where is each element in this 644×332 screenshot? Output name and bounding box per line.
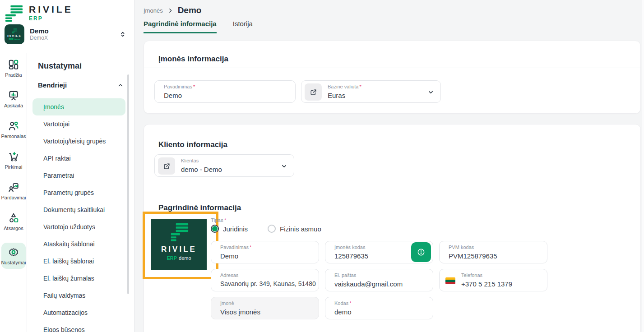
open-currency-button[interactable] [305,83,322,101]
verify-company-code-button[interactable] [411,242,431,262]
home-grid-icon [8,59,19,70]
radio-fizinis-asmuo[interactable]: Fizinis asmuo [268,225,321,233]
sidebar-item-imones[interactable]: Įmonės [32,98,125,115]
people-icon [8,120,19,132]
rail-item-personalas[interactable]: Personalas [0,120,27,139]
tipas-radio-group: Juridinis Fizinis asmuo [211,225,321,233]
rail-label: Personalas [1,134,26,139]
rail-item-atsargos[interactable]: Atsargos [0,212,27,231]
cart-icon [8,151,19,162]
brand-product: ERP [29,15,73,22]
rail-item-pradzia[interactable]: Pradžia [0,59,27,78]
workspace-selector[interactable]: RIVILE ERP demo Demo DemoX [5,23,130,45]
section-divider [144,68,640,68]
section-title: Pagrindinė informacija [158,203,241,212]
sidebar-item-dokumentu-skaitliukai[interactable]: Dokumentų skaitliukai [32,201,125,218]
sidebar-group-bendrieji[interactable]: Bendrieji [38,81,124,89]
rail-item-pardavimai[interactable]: Pardavimai [0,181,27,200]
field-label: Įmonės kodas [334,244,365,250]
sidebar-item-el-laisku-sablonai[interactable]: El. laiškų šablonai [32,253,125,270]
radio-juridinis[interactable]: Juridinis [211,225,248,233]
rail-item-nustatymai[interactable]: Nustatymai [1,243,26,269]
lithuania-flag-icon [445,277,455,284]
sidebar-item-vartotojo-uzduotys[interactable]: Vartotojo užduotys [32,218,125,235]
section-title: Kliento informacija [158,140,227,149]
workspace-code: DemoX [30,35,114,42]
client-main-info-card: Kliento informacija Klientas demo - Demo… [144,124,641,332]
telefonas-input[interactable]: Telefonas +370 5 215 1379 [439,269,547,291]
kodas-input[interactable]: Kodas* demo [325,297,433,319]
field-value: vaiskauda@gmail.com [334,280,403,288]
company-logo-image[interactable]: RIVILE ERPdemo [151,219,207,270]
field-label: Pavadinimas* [220,244,251,250]
pvm-kodas-input[interactable]: PVM kodas PVM125879635 [439,241,547,263]
rail-label: Nustatymai [1,260,26,265]
sidebar-list: Įmonės Vartotojai Vartotojų/teisių grupė… [32,98,125,332]
breadcrumb-parent[interactable]: Įmonės [144,7,163,14]
sidebar-item-failu-valdymas[interactable]: Failų valdymas [32,287,125,304]
field-value: Demo [220,252,238,260]
field-value: Visos įmonės [220,308,260,316]
el-pastas-input[interactable]: El. paštas vaiskauda@gmail.com [325,269,433,291]
field-value: demo [334,308,352,316]
sidebar-scrollbar[interactable] [127,74,129,294]
rail-item-apskaita[interactable]: Apskaita [0,89,27,108]
rail-item-pirkimai[interactable]: Pirkimai [0,151,27,170]
field-label: Telefonas [461,272,482,278]
tab-pagrindine-informacija[interactable]: Pagrindinė informacija [144,20,217,33]
sidebar-title: Nustatymai [38,61,82,71]
adresas-input[interactable]: Adresas Savanorių pr. 349, Kaunas, 51480 [211,269,319,291]
field-label: Klientas [181,158,199,163]
field-label: Įmonė [220,300,234,306]
field-label: El. paštas [334,272,356,278]
workspace-avatar: RIVILE ERP demo [5,24,24,44]
field-value: Euras [328,92,345,99]
brand-name: RIVILE [29,5,73,14]
workspace-name: Demo [30,27,114,35]
field-value: Savanorių pr. 349, Kaunas, 51480 [220,280,316,287]
chevron-down-icon [427,89,434,96]
sidebar-item-parametru-grupes[interactable]: Parametrų grupės [32,184,125,201]
accounting-board-icon [8,89,19,101]
rail-label: Pradžia [5,72,22,78]
tab-istorija[interactable]: Istorija [233,20,253,33]
group-label: Bendrieji [38,81,67,89]
imone-input: Įmonė Visos įmonės [211,297,319,319]
avatar-sub-text: ERP demo [9,38,20,41]
open-client-button[interactable] [158,157,175,175]
sidebar-item-el-laisku-zurnalas[interactable]: El. laiškų žurnalas [32,270,125,287]
sidebar-item-automatizacijos[interactable]: Automatizacijos [32,304,125,321]
rail-label: Pardavimai [1,195,26,200]
sidebar-item-vartotojai[interactable]: Vartotojai [32,115,125,133]
gear-icon [8,246,19,258]
shapes-icon [8,212,19,224]
sales-chart-icon [8,181,19,193]
sidebar-item-vartotoju-teisiu-grupes[interactable]: Vartotojų/teisių grupės [32,133,125,150]
sidebar-item-api-raktai[interactable]: API raktai [32,150,125,167]
field-label: Bazinė valiuta* [328,84,361,89]
chevron-up-icon [117,82,124,88]
external-link-icon [163,162,171,170]
tipas-label: Tipas* [211,217,226,223]
settings-sidebar: Nustatymai Bendrieji Įmonės Vartotojai V… [28,53,134,332]
pavadinimas-input[interactable]: Pavadinimas* Demo [211,241,319,263]
window-scrollbar[interactable] [642,0,644,332]
klientas-select[interactable]: Klientas demo - Demo [154,154,294,177]
rail-label: Pirkimai [5,164,22,170]
pavadinimas-input[interactable]: Pavadinimas* Demo [154,80,296,103]
avatar-brand-text: RIVILE [7,34,22,37]
sidebar-item-parametrai[interactable]: Parametrai [32,167,125,184]
field-value: Demo [164,92,182,99]
sidebar-item-ataskaitu-sablonai[interactable]: Ataskaitų šablonai [32,235,125,253]
section-divider [144,187,640,187]
field-label: Adresas [220,272,238,278]
field-label: Pavadinimas* [164,84,195,89]
imones-kodas-input[interactable]: Įmonės kodas 125879635 [325,241,433,263]
bazine-valiuta-select[interactable]: Bazinė valiuta* Euras [301,80,441,103]
field-value: PVM125879635 [449,252,497,260]
chevron-down-icon [281,163,287,170]
field-label: PVM kodas [449,244,474,250]
page-title: Demo [178,5,202,15]
sidebar-item-eigos-busenos[interactable]: Eigos būsenos [32,321,125,332]
section-divider [144,330,640,330]
